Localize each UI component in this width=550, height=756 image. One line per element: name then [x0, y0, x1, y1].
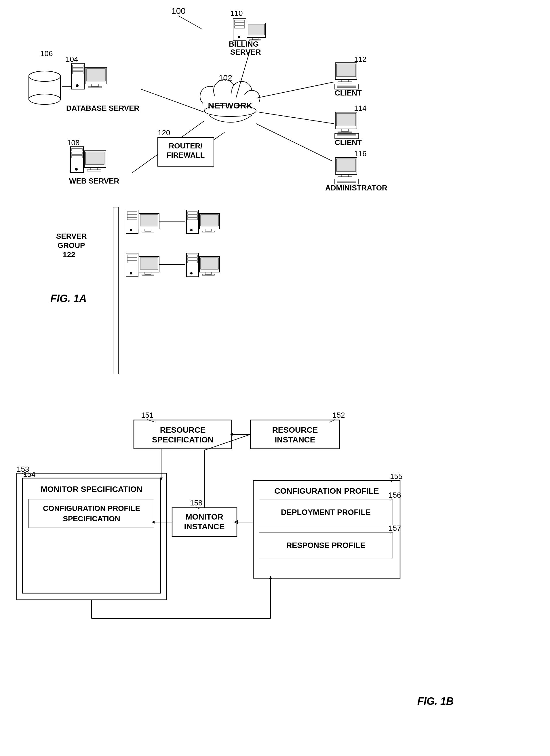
svg-rect-77	[341, 129, 349, 131]
svg-text:152: 152	[333, 411, 345, 419]
svg-rect-53	[72, 155, 82, 158]
svg-rect-102	[140, 215, 158, 226]
svg-rect-46	[88, 86, 102, 88]
svg-rect-28	[252, 37, 258, 40]
svg-text:CONFIGURATION PROFILE: CONFIGURATION PROFILE	[43, 504, 140, 513]
svg-text:158: 158	[190, 499, 202, 507]
svg-text:DATABASE SERVER: DATABASE SERVER	[66, 104, 139, 112]
svg-line-1	[178, 16, 201, 29]
svg-text:116: 116	[354, 149, 366, 158]
svg-rect-175	[259, 499, 393, 525]
svg-rect-27	[248, 24, 264, 35]
svg-rect-122	[145, 272, 151, 274]
svg-text:122: 122	[63, 250, 75, 259]
svg-rect-45	[91, 84, 98, 87]
svg-point-100	[130, 229, 132, 231]
svg-text:INSTANCE: INSTANCE	[274, 435, 315, 444]
svg-line-178	[391, 499, 392, 501]
svg-rect-24	[234, 26, 244, 28]
svg-rect-38	[71, 63, 84, 89]
svg-point-3	[200, 86, 220, 106]
svg-point-5	[232, 81, 252, 102]
svg-rect-43	[85, 67, 107, 84]
svg-text:FIREWALL: FIREWALL	[167, 151, 205, 159]
svg-rect-97	[127, 212, 137, 214]
svg-rect-138	[134, 420, 232, 449]
svg-rect-57	[91, 167, 98, 170]
svg-line-174	[392, 480, 392, 482]
svg-text:DEPLOYMENT PROFILE: DEPLOYMENT PROFILE	[281, 508, 371, 517]
svg-rect-61	[158, 138, 214, 166]
svg-rect-58	[87, 170, 101, 171]
svg-rect-96	[126, 210, 138, 234]
svg-rect-52	[72, 152, 82, 154]
svg-text:RESOURCE: RESOURCE	[272, 425, 318, 434]
svg-line-15	[132, 121, 204, 173]
svg-text:CLIENT: CLIENT	[335, 138, 362, 147]
svg-line-152	[21, 473, 26, 475]
page-container: 100 NETWORK	[0, 0, 550, 756]
svg-point-110	[190, 229, 192, 231]
svg-point-7	[210, 95, 227, 112]
svg-rect-153	[22, 478, 160, 593]
svg-rect-156	[29, 499, 154, 528]
svg-text:SPECIFICATION: SPECIFICATION	[152, 435, 213, 444]
svg-rect-44	[87, 68, 105, 81]
svg-rect-23	[234, 23, 244, 25]
svg-point-35	[29, 94, 60, 104]
svg-rect-79	[335, 133, 359, 139]
svg-point-33	[29, 71, 60, 81]
svg-rect-87	[341, 174, 349, 177]
svg-line-142	[147, 419, 155, 422]
svg-text:153: 153	[17, 465, 29, 474]
svg-rect-21	[233, 19, 246, 40]
svg-text:157: 157	[389, 524, 401, 532]
svg-rect-34	[29, 76, 60, 99]
svg-point-11	[204, 105, 256, 117]
fig1b-svg: RESOURCE SPECIFICATION 151 RESOURCE INST…	[0, 403, 550, 756]
svg-rect-150	[17, 473, 166, 600]
svg-text:MONITOR SPECIFICATION: MONITOR SPECIFICATION	[41, 485, 142, 494]
svg-rect-41	[72, 71, 83, 74]
svg-text:BILLING: BILLING	[229, 40, 259, 48]
svg-rect-89	[335, 179, 359, 184]
svg-marker-165	[160, 478, 163, 480]
svg-rect-131	[200, 258, 218, 269]
svg-rect-65	[335, 63, 357, 79]
svg-text:SPECIFICATION: SPECIFICATION	[63, 514, 120, 523]
svg-point-36	[29, 71, 60, 81]
svg-line-147	[330, 419, 335, 422]
svg-text:ADMINISTRATOR: ADMINISTRATOR	[325, 184, 387, 192]
svg-rect-51	[72, 148, 82, 151]
svg-rect-76	[337, 113, 356, 126]
svg-rect-112	[200, 215, 218, 226]
svg-text:INSTANCE: INSTANCE	[184, 522, 224, 531]
svg-text:104: 104	[66, 55, 78, 64]
svg-text:SERVER: SERVER	[56, 232, 87, 240]
svg-rect-179	[259, 532, 393, 558]
svg-rect-159	[172, 508, 237, 537]
svg-text:WEB SERVER: WEB SERVER	[69, 177, 119, 185]
svg-rect-95	[113, 207, 118, 374]
svg-text:CLIENT: CLIENT	[335, 89, 362, 97]
svg-text:156: 156	[389, 491, 401, 499]
svg-rect-88	[338, 177, 352, 178]
svg-rect-104	[142, 231, 154, 232]
svg-text:MONITOR: MONITOR	[185, 512, 223, 521]
svg-rect-121	[140, 258, 158, 269]
svg-point-2	[203, 85, 257, 122]
svg-rect-126	[188, 255, 197, 257]
svg-rect-143	[250, 420, 340, 449]
svg-rect-118	[127, 261, 137, 263]
svg-text:102: 102	[219, 73, 232, 82]
svg-rect-171	[253, 480, 400, 578]
svg-rect-55	[84, 151, 106, 167]
svg-rect-128	[188, 261, 197, 263]
svg-line-163	[196, 507, 200, 509]
svg-line-184	[204, 434, 250, 450]
svg-rect-69	[335, 84, 359, 89]
svg-text:100: 100	[171, 6, 186, 16]
svg-line-19	[256, 124, 333, 161]
svg-point-119	[130, 272, 132, 274]
svg-point-9	[238, 95, 254, 111]
